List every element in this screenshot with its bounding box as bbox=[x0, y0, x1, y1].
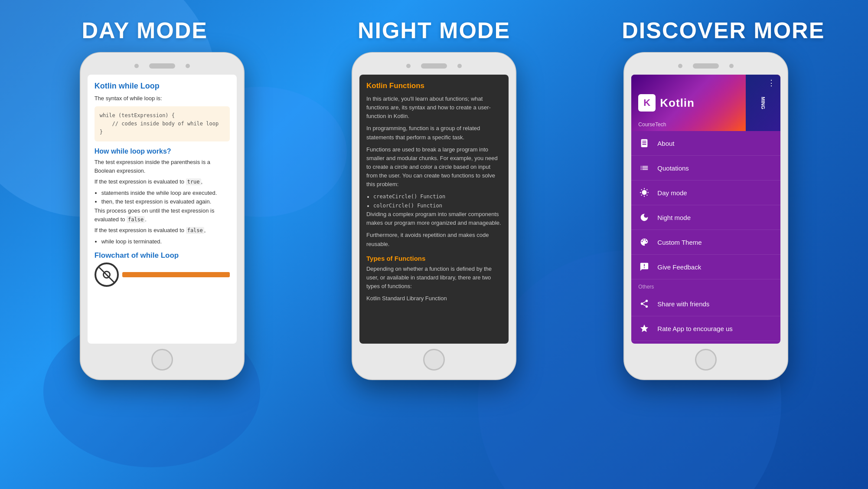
day-bullet-3: while loop is terminated. bbox=[101, 237, 230, 246]
phone-dot-right bbox=[186, 64, 190, 68]
rate-label: Rate App to encourage us bbox=[657, 325, 732, 332]
phone-bottom-night bbox=[359, 349, 509, 371]
section-headers: DAY MODE NIGHT MODE DISCOVER MORE bbox=[0, 0, 868, 52]
phone-speaker-night bbox=[421, 63, 447, 69]
day-para5: If the test expression is evaluated to f… bbox=[95, 226, 230, 235]
header-menu-dots[interactable]: ⋮ bbox=[767, 78, 775, 88]
night-para3: Functions are used to break a large prog… bbox=[366, 145, 502, 189]
day-para3: If the test expression is evaluated to t… bbox=[95, 177, 230, 186]
day-screen-container: Kotlin while Loop The syntax of while lo… bbox=[88, 75, 237, 344]
phone-top-discover bbox=[631, 62, 780, 70]
star-icon bbox=[638, 322, 650, 335]
phone-bottom-day bbox=[88, 349, 237, 371]
night-bullet-2: colorCircle() Function bbox=[373, 201, 502, 210]
day-mode-title: DAY MODE bbox=[0, 17, 289, 43]
night-para7: Kotlin Standard Library Function bbox=[366, 294, 502, 303]
night-para6: Depending on whether a function is defin… bbox=[366, 265, 502, 291]
moon-svg bbox=[640, 213, 649, 222]
menu-list: About Quotations bbox=[631, 131, 780, 344]
kotlin-logo-area: K Kotlin bbox=[638, 94, 695, 112]
eye-dot bbox=[103, 271, 111, 279]
menu-item-rate[interactable]: Rate App to encourage us bbox=[631, 316, 780, 341]
home-button-discover[interactable] bbox=[695, 349, 717, 371]
page-wrapper: DAY MODE NIGHT MODE DISCOVER MORE Kotlin… bbox=[0, 0, 868, 489]
phone-dot-left-night bbox=[406, 64, 411, 68]
palette-svg bbox=[640, 237, 649, 247]
menu-item-custom-theme[interactable]: Custom Theme bbox=[631, 230, 780, 255]
sun-icon bbox=[638, 187, 650, 199]
flowchart-bottom bbox=[95, 263, 230, 287]
discover-screen-container: K Kotlin ⋮ CourseTech MING bbox=[631, 75, 780, 344]
channel-name: CourseTech bbox=[638, 121, 666, 128]
header-right-strip: MING bbox=[746, 75, 780, 131]
day-mode-phone: Kotlin while Loop The syntax of while lo… bbox=[80, 52, 245, 380]
night-mode-title: NIGHT MODE bbox=[289, 17, 578, 43]
header-side-text: MING bbox=[760, 97, 766, 109]
phone-speaker bbox=[149, 63, 175, 69]
moon-icon bbox=[638, 211, 650, 223]
custom-theme-label: Custom Theme bbox=[657, 239, 702, 246]
day-bullet-1: statements inside the while loop are exe… bbox=[101, 189, 230, 198]
book-icon bbox=[638, 137, 650, 149]
menu-item-quotations[interactable]: Quotations bbox=[631, 156, 780, 181]
list-icon bbox=[638, 162, 650, 174]
night-bullets: createCircle() Function colorCircle() Fu… bbox=[373, 192, 502, 210]
give-feedback-label: Give Feedback bbox=[657, 263, 701, 271]
day-screen: Kotlin while Loop The syntax of while lo… bbox=[88, 75, 237, 344]
night-bullet-1: createCircle() Function bbox=[373, 192, 502, 201]
others-section-label: Others bbox=[631, 279, 780, 292]
share-label: Share with friends bbox=[657, 300, 709, 308]
day-heading3: Flowchart of while Loop bbox=[95, 251, 230, 260]
menu-item-day-mode[interactable]: Day mode bbox=[631, 181, 780, 205]
feedback-svg bbox=[640, 262, 649, 272]
phone-top-night bbox=[359, 62, 509, 70]
night-heading1: Kotlin Functions bbox=[366, 82, 502, 90]
about-label: About bbox=[657, 140, 674, 147]
share-icon bbox=[638, 298, 650, 310]
night-para1: In this article, you'll learn about func… bbox=[366, 95, 502, 121]
phone-top-day bbox=[88, 62, 237, 70]
menu-item-more-apps[interactable]: More Apps bbox=[631, 341, 780, 344]
list-svg bbox=[640, 163, 649, 173]
night-para4: Dividing a complex program into smaller … bbox=[366, 210, 502, 227]
day-heading1: Kotlin while Loop bbox=[95, 82, 230, 91]
menu-item-about[interactable]: About bbox=[631, 131, 780, 156]
book-svg bbox=[640, 138, 649, 148]
eye-icon bbox=[95, 263, 119, 287]
phone-dot-left-discover bbox=[678, 64, 682, 68]
night-mode-label: Night mode bbox=[657, 214, 691, 221]
discover-more-phone: K Kotlin ⋮ CourseTech MING bbox=[623, 52, 788, 380]
quotations-label: Quotations bbox=[657, 164, 689, 172]
star-svg bbox=[640, 324, 649, 333]
phone-bottom-discover bbox=[631, 349, 780, 371]
discover-more-title: DISCOVER MORE bbox=[579, 17, 868, 43]
night-heading2: Types of Functions bbox=[366, 255, 502, 262]
menu-item-share[interactable]: Share with friends bbox=[631, 292, 780, 316]
day-heading2: How while loop works? bbox=[95, 148, 230, 155]
day-bullets2: while loop is terminated. bbox=[101, 237, 230, 246]
day-bullet-2: then, the test expression is evaluated a… bbox=[101, 197, 230, 207]
night-screen: Kotlin Functions In this article, you'll… bbox=[359, 75, 509, 344]
feedback-icon bbox=[638, 261, 650, 273]
menu-item-feedback[interactable]: Give Feedback bbox=[631, 255, 780, 279]
kotlin-app-name: Kotlin bbox=[660, 96, 695, 110]
night-para5: Furthermore, it avoids repetition and ma… bbox=[366, 231, 502, 248]
day-para2: The test expression inside the parenthes… bbox=[95, 158, 230, 175]
home-button-night[interactable] bbox=[423, 349, 445, 371]
day-bullets1: statements inside the while loop are exe… bbox=[101, 189, 230, 207]
home-button-day[interactable] bbox=[151, 349, 173, 371]
day-code-block: while (testExpression) { // codes inside… bbox=[95, 106, 230, 142]
palette-icon bbox=[638, 236, 650, 248]
night-para2: In programming, function is a group of r… bbox=[366, 124, 502, 141]
orange-bar bbox=[122, 272, 230, 277]
share-svg bbox=[640, 299, 649, 308]
day-para1: The syntax of while loop is: bbox=[95, 94, 230, 103]
night-screen-container: Kotlin Functions In this article, you'll… bbox=[359, 75, 509, 344]
discover-screen: K Kotlin ⋮ CourseTech MING bbox=[631, 75, 780, 344]
phone-dot-right-night bbox=[457, 64, 462, 68]
day-para4: This process goes on until the test expr… bbox=[95, 207, 230, 223]
menu-item-night-mode[interactable]: Night mode bbox=[631, 205, 780, 230]
day-mode-label: Day mode bbox=[657, 189, 687, 197]
app-header: K Kotlin ⋮ CourseTech MING bbox=[631, 75, 780, 131]
night-mode-phone: Kotlin Functions In this article, you'll… bbox=[352, 52, 516, 380]
